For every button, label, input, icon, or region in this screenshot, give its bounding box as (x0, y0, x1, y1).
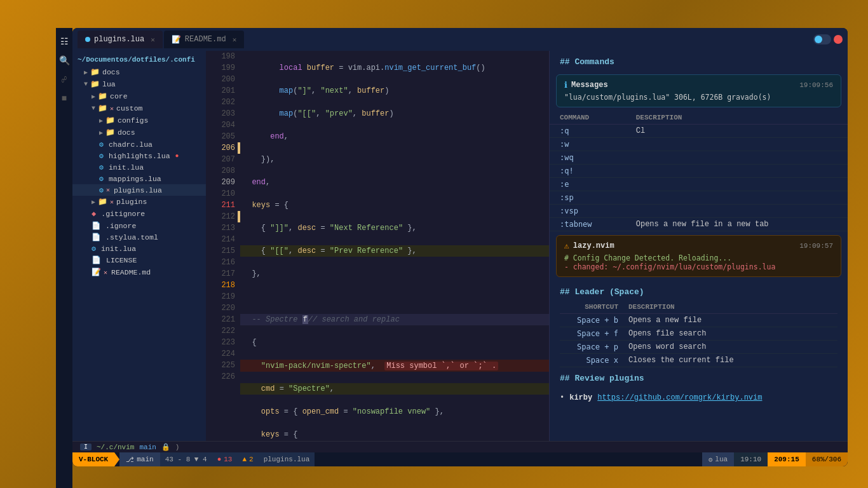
file-tree: ~/Documentos/dotfiles/.confi ▶ 📁 docs ▼ … (72, 51, 206, 441)
expand-arrow: ▶ (84, 69, 88, 76)
code-line-201: end, (240, 131, 549, 142)
cmd-tabnew-desc: Opens a new file in a new tab (626, 218, 848, 231)
cmd-row-vsp: :vsp (550, 205, 848, 218)
review-link-kirby[interactable]: https://github.com/romgrk/kirby.nvim (597, 393, 762, 402)
code-line-203: end, (240, 177, 549, 188)
sidebar-item-custom[interactable]: ▼ 📁 ✕ custom (72, 102, 206, 114)
commands-table: COMMAND DESCRIPTION :q Cl :w :wq (550, 111, 848, 231)
status-right: ⚙ lua 19:10 209:15 68%/306 (702, 452, 848, 466)
tree-label: LICENSE (106, 256, 137, 264)
sidebar-item-docs2[interactable]: ▶ 📁 docs (72, 126, 206, 139)
code-line-206: { "[[", desc = "Prev Reference" }, (240, 245, 549, 257)
sidebar-item-stylua[interactable]: 📄 .stylua.toml (72, 231, 206, 243)
close-button[interactable] (834, 35, 843, 44)
tab-dot-active (85, 37, 90, 42)
ln-218: 218 (206, 280, 235, 291)
status-linecol: 209:15 (768, 452, 806, 466)
activity-bar: ☷ 🔍 ☍ ■ (56, 28, 72, 488)
shortcut-space-p-desc: Opens word search (623, 341, 837, 354)
notif-header-warn: ⚠ lazy.nvim 19:09:57 (564, 241, 833, 251)
tree-label: docs (118, 128, 135, 137)
sidebar-item-configs[interactable]: ▶ 📁 configs (72, 114, 206, 126)
ln-206: 206 (206, 142, 235, 154)
notif-body-lazy-1: # Config Change Detected. Reloading... (564, 254, 833, 262)
sidebar-item-init2[interactable]: ⚙ init.lua (72, 243, 206, 254)
file-icon: 📄 (92, 255, 101, 265)
code-line-199: map("]", "next", buffer) (240, 85, 549, 97)
filetype-label: lua (715, 456, 728, 463)
tab-close-readme[interactable]: ✕ (233, 36, 237, 44)
notif-time-messages: 19:09:56 (799, 81, 833, 89)
sidebar-item-ignore[interactable]: 📄 .ignore (72, 220, 206, 231)
sidebar-item-license[interactable]: 📄 LICENSE (72, 254, 206, 266)
mode-sep (114, 452, 119, 466)
cmd-q-bang-desc (626, 165, 848, 178)
shortcut-space-x-desc: Closes the current file (623, 354, 837, 367)
ln-215: 215 (206, 245, 235, 257)
code-line-213: opts = { open_cmd = "noswapfile vnew" }, (240, 406, 549, 417)
linecol-label: 209:15 (774, 456, 799, 463)
status-bar: V-BLOCK ⎇ main 43 - 8 ▼ 4 ● 13 ▲ 2 plugi… (72, 452, 848, 466)
expand-arrow: ▶ (99, 129, 103, 137)
code-line-200: map("[[", "prev", buffer) (240, 108, 549, 119)
sidebar-item-readme[interactable]: 📝 ✕ README.md (72, 266, 206, 278)
code-line-202: }), (240, 154, 549, 165)
shortcut-col-key: SHORTCUT (560, 301, 623, 314)
cmd-w: :w (550, 138, 626, 151)
sidebar-item-chadrc[interactable]: ⚙ chadrc.lua (72, 139, 206, 150)
tab-plugins-lua[interactable]: plugins.lua ✕ (78, 30, 163, 48)
sidebar-item-gitignore[interactable]: ◆ .gitignore (72, 208, 206, 220)
sidebar-item-docs[interactable]: ▶ 📁 docs (72, 66, 206, 78)
sidebar-item-core[interactable]: ▶ 📁 core (72, 90, 206, 102)
tab-close-active[interactable]: ✕ (151, 36, 155, 44)
code-line-204: keys = { (240, 200, 549, 211)
status-filename: plugins.lua (259, 452, 315, 466)
cmd-q-desc: Cl (626, 125, 848, 138)
review-header: ## Review plugins (550, 367, 848, 387)
code-line-211: "nvim-pack/nvim-spectre", Miss symbol `,… (240, 360, 549, 372)
ln-199: 199 (206, 62, 235, 74)
tab-label-readme: README.md (185, 35, 226, 44)
tab-label-active: plugins.lua (94, 35, 144, 44)
code-line-207: }, (240, 268, 549, 280)
tab-readme-md[interactable]: 📝 README.md ✕ (164, 30, 244, 48)
tree-label: init.lua (101, 245, 136, 253)
file-dot: ⚙ (92, 244, 96, 253)
cmd-vsp-desc (626, 205, 848, 218)
folder-icon: 📁 (105, 116, 115, 125)
theme-toggle[interactable] (813, 34, 831, 44)
expand-arrow: ▼ (84, 81, 88, 88)
file-icon: ◆ (92, 209, 96, 219)
sidebar-item-highlights[interactable]: ⚙ highlights.lua ● (72, 150, 206, 161)
tab-bar: plugins.lua ✕ 📝 README.md ✕ (72, 28, 848, 51)
status-position: 43 - 8 ▼ 4 (160, 452, 212, 466)
sidebar-item-mappings[interactable]: ⚙ mappings.lua (72, 173, 206, 184)
git-icon[interactable]: ☍ (57, 72, 71, 86)
ln-203: 203 (206, 108, 235, 119)
ln-210: 210 (206, 188, 235, 200)
notification-messages: ℹ Messages 19:09:56 "lua/custom/plugins.… (556, 74, 841, 107)
cmd-row-tabnew: :tabnew Opens a new file in a new tab (550, 218, 848, 231)
terminal-branch: main (139, 444, 156, 451)
sidebar-item-init[interactable]: ⚙ init.lua (72, 161, 206, 173)
tree-label: docs (102, 68, 120, 76)
sidebar-item-plugins-folder[interactable]: ▶ 📁 ✕ plugins (72, 196, 206, 208)
ln-213: 213 (206, 222, 235, 234)
cmd-row-wq: :wq (550, 151, 848, 165)
code-line-210: { (240, 337, 549, 348)
ln-204: 204 (206, 119, 235, 131)
search-icon[interactable]: 🔍 (57, 53, 71, 67)
terminal-lock: 🔒 (161, 443, 170, 451)
code-editor[interactable]: 198 199 200 201 202 203 204 205 206 207 … (206, 51, 549, 441)
extensions-icon[interactable]: ■ (57, 92, 71, 105)
folder-icon: 📁 (105, 128, 115, 137)
shortcut-col-desc: DESCRIPTION (623, 301, 837, 314)
files-icon[interactable]: ☷ (57, 34, 71, 48)
code-content[interactable]: local buffer = vim.api.nvim_get_current_… (240, 51, 549, 441)
sidebar-item-plugins-lua[interactable]: ⚙ ✕ plugins.lua (72, 184, 206, 196)
cmd-e-desc (626, 178, 848, 191)
sidebar-item-lua[interactable]: ▼ 📁 lua (72, 78, 206, 90)
cmd-row-e: :e (550, 178, 848, 191)
tree-label: plugins.lua (114, 186, 162, 194)
code-line-198: local buffer = vim.api.nvim_get_current_… (240, 62, 549, 74)
